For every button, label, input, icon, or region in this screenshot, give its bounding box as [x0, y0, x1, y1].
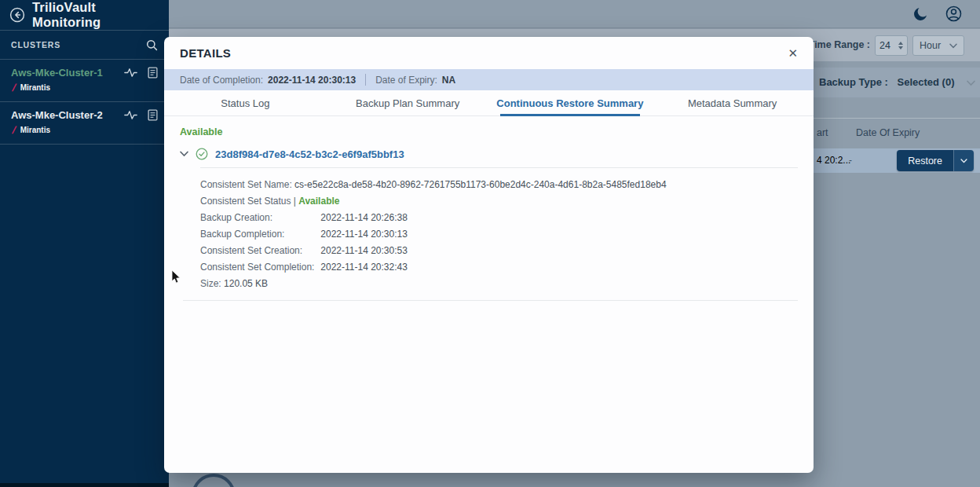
backup-creation-value: 2022-11-14 20:26:38: [320, 212, 408, 223]
chevron-down-icon[interactable]: [180, 151, 188, 157]
restore-details: Consistent Set Name: cs-e5e22c8a-de58-4b…: [200, 177, 798, 292]
completion-date-value: 2022-11-14 20:30:13: [268, 75, 356, 86]
backup-completion-label: Backup Completion:: [200, 226, 318, 243]
number-spinner[interactable]: [898, 42, 903, 49]
activity-pulse-icon[interactable]: [124, 68, 137, 78]
time-range-value: 24: [879, 40, 890, 51]
modal-title: DETAILS: [180, 46, 231, 60]
activity-pulse-icon[interactable]: [124, 110, 137, 120]
time-range-input[interactable]: 24: [875, 35, 908, 56]
app-title: TrilioVault Monitoring: [32, 0, 159, 30]
restore-id-link[interactable]: 23d8f984-d7e8-4c52-b3c2-e6f9af5bbf13: [215, 148, 404, 160]
sidebar-bottom-edge: [0, 483, 169, 487]
info-bar-divider: [365, 74, 366, 86]
modal-info-bar: Date of Completion: 2022-11-14 20:30:13 …: [164, 69, 814, 90]
availability-status: Available: [180, 126, 798, 137]
top-bar: [169, 0, 980, 28]
consistent-set-creation-label: Consistent Set Creation:: [200, 243, 318, 259]
consistent-set-name-value: cs-e5e22c8a-de58-4b20-8962-7261755b1173-…: [294, 179, 667, 190]
tab-backup-plan-summary[interactable]: Backup Plan Summary: [327, 90, 489, 115]
sidebar: TrilioVault Monitoring CLUSTERS Aws-Mke-…: [0, 0, 169, 487]
mouse-cursor: [171, 269, 181, 284]
consistent-set-name-label: Consistent Set Name:: [200, 179, 292, 190]
time-range-unit-select[interactable]: Hour: [912, 35, 964, 56]
cluster-name: Aws-Mke-Cluster-1: [11, 67, 124, 79]
report-document-icon[interactable]: [148, 67, 158, 79]
restore-dropdown-caret[interactable]: [953, 150, 974, 171]
sidebar-item-cluster-1[interactable]: Aws-Mke-Cluster-1 / Mirantis: [0, 60, 169, 101]
time-range-unit-value: Hour: [920, 40, 941, 51]
check-circle-icon: [196, 148, 208, 160]
chevron-down-icon: [949, 43, 957, 49]
separator: [183, 300, 798, 301]
tab-continuous-restore-summary[interactable]: Continuous Restore Summary: [489, 90, 652, 115]
cell-date-start: 4 20:2...: [817, 155, 850, 166]
expiry-date-value: NA: [442, 75, 455, 86]
backup-completion-value: 2022-11-14 20:30:13: [320, 229, 408, 240]
column-header-date-of-expiry: Date Of Expiry: [856, 127, 920, 138]
backup-creation-label: Backup Creation:: [200, 210, 318, 226]
modal-tabs: Status Log Backup Plan Summary Continuou…: [164, 90, 814, 116]
separator: [200, 167, 798, 168]
size-value: 120.05 KB: [224, 278, 268, 289]
back-icon[interactable]: [9, 7, 25, 23]
restore-button[interactable]: Restore: [897, 150, 953, 171]
size-label: Size:: [200, 278, 221, 289]
completion-date-label: Date of Completion:: [180, 75, 263, 86]
clusters-section-label: CLUSTERS: [11, 40, 60, 49]
chevron-down-icon[interactable]: [967, 80, 975, 86]
backup-type-label: Backup Type :: [819, 76, 888, 88]
consistent-set-creation-value: 2022-11-14 20:30:53: [320, 245, 408, 256]
mirantis-logo: /: [12, 82, 16, 93]
chevron-down-icon: [960, 159, 967, 163]
backup-type-value: Selected (0): [898, 76, 955, 88]
cell-date-of-expiry: -: [849, 155, 852, 166]
cluster-name: Aws-Mke-Cluster-2: [11, 109, 124, 121]
time-range-label: Time Range :: [809, 39, 870, 50]
details-modal: DETAILS ✕ Date of Completion: 2022-11-14…: [164, 37, 814, 473]
search-icon[interactable]: [146, 39, 158, 51]
column-header-date-start-partial: art: [817, 127, 828, 138]
cluster-vendor: Mirantis: [20, 126, 50, 134]
consistent-set-completion-label: Consistent Set Completion:: [200, 259, 318, 276]
expiry-date-label: Date of Expiry:: [375, 75, 437, 86]
sidebar-item-cluster-2[interactable]: Aws-Mke-Cluster-2 / Mirantis: [0, 102, 169, 144]
close-icon[interactable]: ✕: [788, 47, 798, 59]
user-account-icon[interactable]: [945, 5, 963, 23]
tab-status-log[interactable]: Status Log: [164, 90, 327, 115]
report-document-icon[interactable]: [148, 109, 158, 121]
tab-metadata-summary[interactable]: Metadata Summary: [651, 90, 814, 115]
status-divider: |: [294, 196, 296, 207]
dark-mode-moon-icon[interactable]: [912, 5, 929, 22]
consistent-set-status-value: Available: [298, 196, 339, 207]
gauge-ring-partial: [192, 474, 236, 487]
consistent-set-status-label: Consistent Set Status: [200, 196, 291, 207]
mirantis-logo: /: [12, 124, 16, 136]
cluster-vendor: Mirantis: [20, 83, 50, 92]
consistent-set-completion-value: 2022-11-14 20:32:43: [320, 262, 408, 273]
